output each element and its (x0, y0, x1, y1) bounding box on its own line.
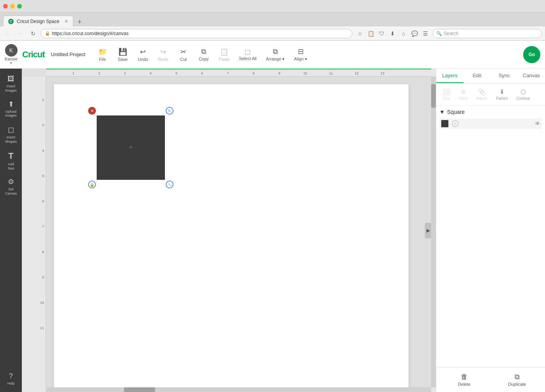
layer-color-swatch[interactable] (441, 120, 449, 128)
attach-tool: 📎 Attach (473, 87, 490, 102)
vertical-scrollbar-thumb[interactable] (431, 84, 436, 108)
tab-canvas[interactable]: Canvas (518, 69, 545, 83)
forward-button[interactable]: → (16, 28, 26, 39)
redo-button[interactable]: ↪ Redo (154, 46, 173, 63)
copy-label: Copy (199, 57, 209, 61)
close-window-button[interactable] (3, 4, 8, 9)
cut-button[interactable]: ✂ Cut (174, 46, 193, 63)
align-icon: ⊟ (298, 47, 304, 56)
home-icon[interactable]: ⌂ (398, 28, 409, 39)
back-button[interactable]: ← (3, 28, 13, 39)
vertical-scrollbar[interactable] (431, 76, 436, 387)
shield-icon[interactable]: 🛡 (377, 28, 387, 39)
upload-images-icon: ⬆ (8, 100, 14, 108)
arrange-button[interactable]: ⧉ Arrange ▾ (262, 46, 288, 63)
tab-sync[interactable]: Sync (491, 69, 518, 83)
duplicate-button[interactable]: ⧉ Duplicate (492, 371, 542, 389)
horizontal-scrollbar-thumb[interactable] (124, 387, 155, 392)
canvas-page[interactable]: ✕ ↻ + 🔒 ⤡ MeanRightHook.com (54, 84, 409, 387)
v-ruler-tick-10: 10 (40, 301, 44, 305)
align-label: Align ▾ (294, 57, 307, 62)
go-button[interactable]: Go (523, 46, 540, 63)
ruler-tick-6: 6 (201, 71, 203, 75)
refresh-button[interactable]: ↻ (28, 28, 38, 39)
shape-container[interactable]: ✕ ↻ + 🔒 ⤡ (97, 115, 165, 180)
bookmark-icon[interactable]: ☆ (355, 28, 365, 39)
reading-list-icon[interactable]: 📋 (366, 28, 376, 39)
layer-item[interactable]: ✕ 👁 (439, 118, 542, 129)
sidebar-item-upload-images[interactable]: ⬆ UploadImages (1, 97, 21, 121)
cut-icon: ✂ (180, 48, 186, 56)
rotate-handle[interactable]: ↻ (166, 107, 173, 115)
contour-tool[interactable]: ⬡ Contour (513, 87, 534, 102)
canvas-background: ✕ ↻ + 🔒 ⤡ MeanRightHook.com (46, 76, 431, 387)
weld-icon: ⊕ (461, 88, 466, 96)
avatar: K (5, 44, 18, 57)
lock-handle[interactable]: 🔒 (88, 181, 96, 188)
ruler-tick-5: 5 (175, 71, 177, 75)
square-shape[interactable]: + (97, 115, 165, 180)
new-tab-button[interactable]: + (75, 17, 84, 27)
copy-icon: ⧉ (201, 48, 206, 56)
align-button[interactable]: ⊟ Align ▾ (290, 46, 311, 63)
maximize-window-button[interactable] (17, 4, 22, 9)
layer-x-button[interactable]: ✕ (452, 120, 459, 127)
sidebar-item-insert-images[interactable]: 🖼 InsertImages (1, 72, 21, 96)
flatten-icon: ⬇ (499, 88, 504, 96)
browser-tab[interactable]: C Cricut Design Space ✕ (3, 16, 73, 27)
user-badge[interactable]: K Kassie ▼ (5, 44, 18, 65)
minimize-window-button[interactable] (10, 4, 15, 9)
paste-button[interactable]: 📋 Paste (215, 46, 234, 63)
browser-search-bar[interactable]: 🔍 Search (433, 29, 542, 38)
v-ruler-tick-3: 3 (42, 123, 44, 127)
save-button[interactable]: 💾 Save (113, 46, 132, 63)
weld-label: Weld (459, 96, 468, 101)
undo-button[interactable]: ↩ Undo (134, 46, 152, 63)
tab-close-button[interactable]: ✕ (64, 19, 68, 24)
canvas-area[interactable]: ✕ ↻ + 🔒 ⤡ MeanRightHook.com (46, 76, 431, 387)
chat-icon[interactable]: 💬 (409, 28, 419, 39)
address-bar: ← → ↻ 🔒 https://us.cricut.com/design/#/c… (0, 27, 545, 41)
flatten-label: Flatten (496, 96, 508, 101)
scale-handle[interactable]: ⤡ (166, 181, 173, 188)
undo-label: Undo (138, 57, 148, 62)
sidebar-item-help-label: Help (7, 381, 15, 386)
collapse-panel-button[interactable]: ▶ (425, 223, 431, 238)
delete-label: Delete (458, 382, 471, 387)
arrange-label: Arrange ▾ (266, 57, 285, 62)
layer-name: Square (447, 109, 465, 115)
ruler-tick-12: 12 (355, 71, 359, 75)
save-icon: 💾 (119, 48, 127, 56)
select-all-button[interactable]: ⬚ Select All (235, 46, 260, 62)
layer-collapse-icon: ▼ (439, 109, 445, 115)
layer-section: ▼ Square ✕ 👁 (436, 106, 545, 132)
tab-layers[interactable]: Layers (436, 69, 464, 83)
v-ruler-tick-2: 2 (42, 98, 44, 102)
paste-icon: 📋 (220, 48, 228, 56)
shape-center-plus: + (129, 143, 133, 152)
sidebar-item-set-canvas[interactable]: ⚙ SetCanvas (1, 174, 21, 199)
tab-edit[interactable]: Edit (464, 69, 491, 83)
menu-icon[interactable]: ☰ (420, 28, 430, 39)
delete-button[interactable]: 🗑 Delete (439, 371, 489, 389)
delete-icon: 🗑 (461, 373, 468, 381)
project-title[interactable]: Untitled Project (51, 51, 85, 57)
flatten-tool[interactable]: ⬇ Flatten (493, 87, 511, 102)
v-ruler-tick-7: 7 (42, 225, 44, 229)
edit-tools: ⬜ Size ⊕ Weld 📎 Attach ⬇ Flatten ⬡ Co (436, 83, 545, 106)
sidebar-item-add-text[interactable]: T AddText (1, 148, 21, 174)
copy-button[interactable]: ⧉ Copy (195, 46, 213, 63)
delete-handle[interactable]: ✕ (88, 107, 96, 115)
layer-visibility-button[interactable]: 👁 (535, 121, 540, 127)
file-button[interactable]: 📁 File (93, 46, 112, 63)
cut-label: Cut (180, 57, 187, 62)
layer-header[interactable]: ▼ Square (439, 109, 542, 115)
download-icon[interactable]: ⬇ (388, 28, 398, 39)
tab-title: Cricut Design Space (17, 19, 59, 24)
sidebar-item-help[interactable]: ? Help (1, 369, 21, 389)
weld-tool: ⊕ Weld (456, 87, 471, 102)
v-ruler-tick-9: 9 (42, 275, 44, 279)
url-bar[interactable]: 🔒 https://us.cricut.com/design/#/canvas (41, 29, 352, 38)
horizontal-scrollbar[interactable] (46, 387, 431, 392)
sidebar-item-insert-shapes[interactable]: ◻ InsertShapes (1, 122, 21, 147)
